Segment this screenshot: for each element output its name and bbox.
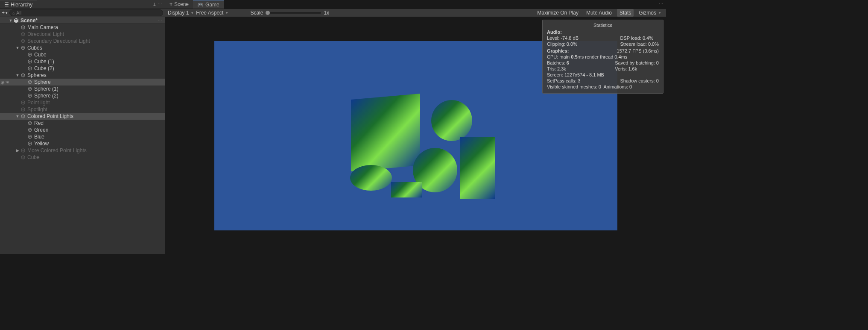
stats-cpu: CPU: main 0.5ms render thread 0.4ms bbox=[547, 54, 659, 60]
rendered-cube bbox=[351, 93, 420, 171]
hierarchy-panel: ☰ Hierarchy ⟂ ⋮ + ▾ ⌕ bbox=[0, 0, 165, 254]
lock-icon[interactable]: ⟂ bbox=[153, 1, 156, 7]
hierarchy-toolbar: + ▾ ⌕ bbox=[0, 9, 165, 17]
add-dropdown[interactable]: + ▾ bbox=[2, 10, 8, 16]
chevron-down-icon: ▾ bbox=[6, 11, 8, 15]
hierarchy-item[interactable]: Main Camera bbox=[0, 24, 165, 31]
foldout-icon[interactable] bbox=[15, 114, 20, 118]
hierarchy-item-label: Cube bbox=[34, 52, 47, 58]
scene-kebab-icon[interactable]: ⋮ bbox=[158, 18, 162, 23]
stats-audio-level: Level: -74.8 dB bbox=[547, 35, 579, 41]
scene-tab-label: Scene bbox=[174, 1, 189, 7]
game-kebab-icon[interactable]: ⋮ bbox=[659, 2, 663, 6]
stats-audio-stream: Stream load: 0.0% bbox=[620, 41, 659, 47]
gameobject-icon bbox=[26, 120, 33, 127]
gameobject-icon bbox=[26, 133, 33, 140]
gizmos-label: Gizmos bbox=[639, 10, 656, 16]
gameobject-icon bbox=[26, 51, 33, 58]
hierarchy-item-label: Directional Light bbox=[27, 31, 64, 37]
display-label: Display 1 bbox=[168, 10, 189, 16]
hierarchy-item[interactable]: Cube (2) bbox=[0, 65, 165, 72]
game-viewport: Statistics Audio: Level: -74.8 dB Clippi… bbox=[165, 17, 666, 254]
stats-audio-dsp: DSP load: 0.4% bbox=[620, 35, 659, 41]
hierarchy-item-label: Blue bbox=[34, 134, 44, 140]
gameobject-icon bbox=[20, 38, 26, 44]
hierarchy-item-label: Sphere (2) bbox=[34, 93, 58, 99]
gameobject-icon bbox=[26, 92, 33, 99]
hierarchy-item[interactable]: Spotlight bbox=[0, 106, 165, 113]
gizmos-dropdown[interactable]: Gizmos bbox=[636, 9, 663, 17]
hierarchy-item[interactable]: Secondary Directional Light bbox=[0, 38, 165, 44]
gameobject-icon bbox=[20, 24, 26, 31]
search-box[interactable]: ⌕ bbox=[9, 9, 163, 16]
gameobject-icon bbox=[26, 127, 33, 133]
hierarchy-item-label: Spotlight bbox=[27, 106, 47, 112]
gameobject-icon bbox=[20, 154, 26, 161]
kebab-icon[interactable]: ⋮ bbox=[158, 1, 162, 7]
hierarchy-item[interactable]: ◉☚Sphere bbox=[0, 79, 165, 85]
stats-saved-batching: Saved by batching: 0 bbox=[615, 60, 659, 66]
gameobject-icon bbox=[26, 65, 33, 72]
hierarchy-item[interactable]: Cube bbox=[0, 154, 165, 161]
hierarchy-item-label: Cubes bbox=[27, 45, 42, 51]
game-panel: ⌗ Scene 🎮 Game ⋮ Display 1 Free Aspect S… bbox=[165, 0, 666, 254]
hierarchy-item[interactable]: Yellow bbox=[0, 140, 165, 147]
hierarchy-item-label: Cube (2) bbox=[34, 65, 54, 71]
hierarchy-item[interactable]: Red bbox=[0, 120, 165, 127]
scale-value: 1x bbox=[324, 10, 329, 16]
tab-scene[interactable]: ⌗ Scene bbox=[165, 0, 193, 9]
hierarchy-item[interactable]: Cube bbox=[0, 51, 165, 58]
hierarchy-item[interactable]: Spheres bbox=[0, 72, 165, 79]
game-toolbar: Display 1 Free Aspect Scale 1x Maximize … bbox=[165, 9, 666, 17]
statistics-overlay: Statistics Audio: Level: -74.8 dB Clippi… bbox=[542, 20, 663, 94]
scale-label: Scale bbox=[250, 10, 263, 16]
hierarchy-item[interactable]: Point light bbox=[0, 99, 165, 106]
hierarchy-item[interactable]: Blue bbox=[0, 133, 165, 140]
hand-icon[interactable]: ☚ bbox=[5, 80, 9, 85]
stats-graphics-heading: Graphics: bbox=[547, 48, 569, 53]
stats-button[interactable]: Stats bbox=[617, 9, 634, 17]
rendered-sphere bbox=[431, 100, 472, 141]
hierarchy-item[interactable]: Cube (1) bbox=[0, 58, 165, 65]
stats-audio-clipping: Clipping: 0.0% bbox=[547, 41, 579, 47]
hierarchy-item-label: Secondary Directional Light bbox=[27, 38, 90, 44]
hierarchy-header: ☰ Hierarchy ⟂ ⋮ bbox=[0, 0, 165, 9]
gameobject-icon bbox=[26, 79, 33, 85]
stats-audio-heading: Audio: bbox=[547, 29, 659, 35]
hierarchy-item-label: Cube (1) bbox=[34, 59, 54, 65]
game-tab-label: Game bbox=[205, 2, 219, 8]
scene-label: Scene* bbox=[20, 18, 38, 24]
aspect-dropdown[interactable]: Free Aspect bbox=[196, 10, 228, 16]
tab-game[interactable]: 🎮 Game bbox=[193, 0, 224, 9]
foldout-icon[interactable] bbox=[9, 18, 13, 23]
hierarchy-item[interactable]: Sphere (2) bbox=[0, 92, 165, 99]
gameobject-icon bbox=[20, 72, 26, 79]
hierarchy-tab[interactable]: ☰ Hierarchy bbox=[0, 0, 37, 9]
hierarchy-item[interactable]: More Colored Point Lights bbox=[0, 147, 165, 154]
display-dropdown[interactable]: Display 1 bbox=[168, 10, 193, 16]
maximize-button[interactable]: Maximize On Play bbox=[535, 9, 581, 17]
search-input[interactable] bbox=[16, 10, 160, 15]
hierarchy-item-label: Colored Point Lights bbox=[27, 113, 73, 119]
gameobject-icon bbox=[20, 106, 26, 113]
foldout-icon[interactable] bbox=[15, 73, 20, 77]
hierarchy-item[interactable]: Colored Point Lights bbox=[0, 113, 165, 120]
foldout-icon[interactable] bbox=[15, 46, 20, 50]
mute-button[interactable]: Mute Audio bbox=[584, 9, 614, 17]
foldout-icon[interactable] bbox=[15, 148, 20, 153]
hierarchy-item[interactable]: Sphere (1) bbox=[0, 85, 165, 92]
stats-screen: Screen: 1227x574 - 8.1 MB bbox=[547, 72, 659, 78]
unity-icon bbox=[13, 17, 20, 24]
stats-setpass: SetPass calls: 3 bbox=[547, 78, 580, 84]
hierarchy-item[interactable]: Green bbox=[0, 127, 165, 133]
stats-tris: Tris: 2.3k bbox=[547, 66, 569, 72]
slider-thumb[interactable] bbox=[266, 11, 270, 15]
hierarchy-item[interactable]: Directional Light bbox=[0, 31, 165, 38]
hierarchy-item[interactable]: Cubes bbox=[0, 44, 165, 51]
hierarchy-item-label: Yellow bbox=[34, 141, 49, 147]
scene-row[interactable]: Scene* ⋮ bbox=[0, 17, 165, 24]
scale-control: Scale 1x bbox=[250, 10, 329, 16]
scale-slider[interactable] bbox=[266, 12, 321, 14]
eye-icon[interactable]: ◉ bbox=[1, 80, 5, 85]
hierarchy-icon: ☰ bbox=[4, 2, 9, 8]
